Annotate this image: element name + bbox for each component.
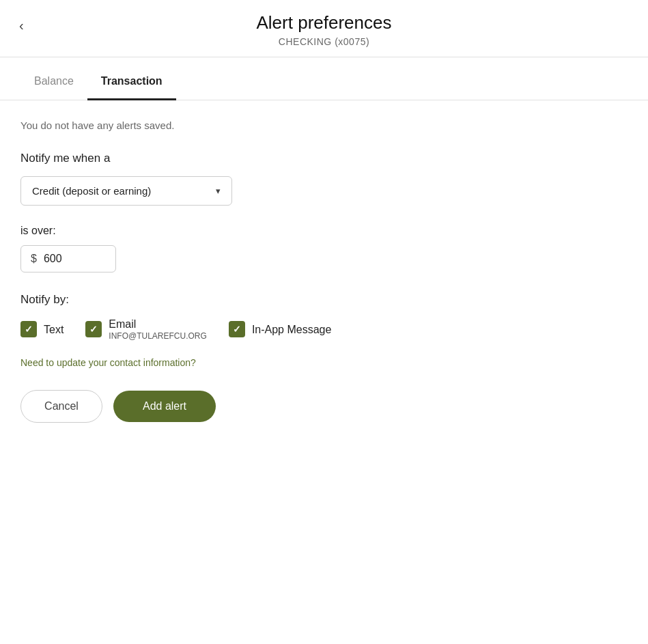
page-title: Alert preferences	[14, 12, 634, 33]
amount-value: 600	[44, 253, 62, 265]
email-checkbox[interactable]: ✓	[85, 321, 102, 337]
tab-bar: Balance Transaction	[0, 64, 648, 100]
tab-balance[interactable]: Balance	[20, 64, 87, 100]
checkmark-icon: ✓	[89, 324, 98, 335]
checkmark-icon: ✓	[233, 324, 241, 335]
transaction-type-dropdown-wrapper: Credit (deposit or earning) ▾	[20, 176, 628, 206]
in-app-label: In-App Message	[252, 323, 332, 336]
email-label: Email INFO@TULAREFCU.ORG	[109, 318, 207, 341]
page-header: ‹ Alert preferences CHECKING (x0075)	[0, 0, 648, 57]
text-label: Text	[44, 323, 64, 336]
add-alert-button[interactable]: Add alert	[113, 391, 216, 422]
is-over-label: is over:	[20, 225, 628, 237]
no-alerts-message: You do not have any alerts saved.	[20, 120, 628, 131]
currency-symbol: $	[31, 253, 37, 265]
dropdown-selected-value: Credit (deposit or earning)	[32, 185, 151, 197]
chevron-down-icon: ▾	[216, 186, 221, 196]
checkmark-icon: ✓	[25, 324, 33, 335]
text-checkbox[interactable]: ✓	[20, 321, 37, 337]
email-checkbox-item: ✓ Email INFO@TULAREFCU.ORG	[85, 318, 207, 341]
account-subtitle: CHECKING (x0075)	[14, 36, 634, 47]
main-content: You do not have any alerts saved. Notify…	[0, 100, 648, 442]
in-app-checkbox[interactable]: ✓	[229, 321, 245, 337]
notify-by-options: ✓ Text ✓ Email INFO@TULAREFCU.ORG ✓ In-A…	[20, 318, 628, 341]
action-buttons: Cancel Add alert	[20, 390, 628, 423]
transaction-type-dropdown[interactable]: Credit (deposit or earning) ▾	[20, 176, 232, 206]
notify-when-label: Notify me when a	[20, 152, 628, 165]
tab-transaction[interactable]: Transaction	[87, 64, 176, 100]
update-contact-link[interactable]: Need to update your contact information?	[20, 357, 628, 368]
amount-input-wrapper[interactable]: $ 600	[20, 245, 116, 272]
cancel-button[interactable]: Cancel	[20, 390, 102, 423]
notify-by-label: Notify by:	[20, 293, 628, 307]
text-checkbox-item: ✓ Text	[20, 321, 64, 337]
in-app-checkbox-item: ✓ In-App Message	[229, 321, 332, 337]
back-button[interactable]: ‹	[14, 15, 29, 36]
